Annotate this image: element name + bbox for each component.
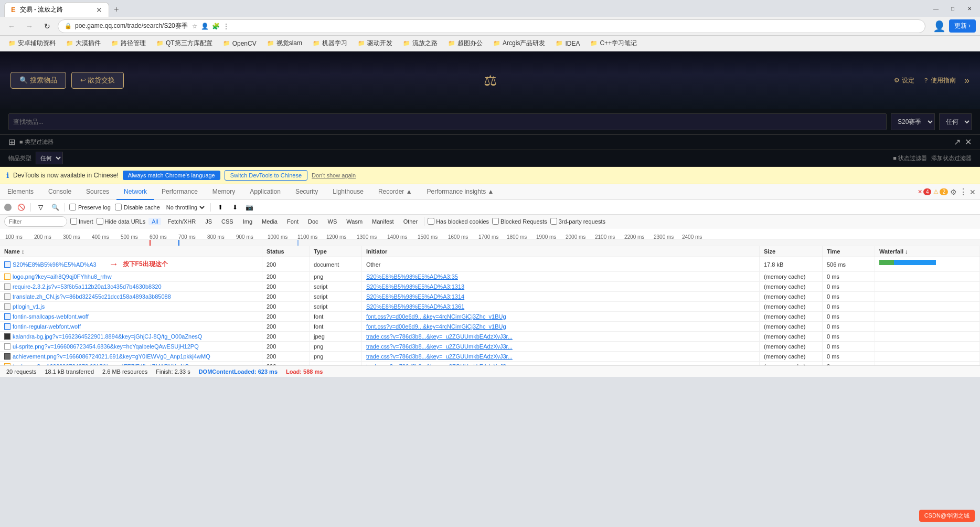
profile-avatar[interactable]: 👤 (933, 20, 946, 33)
bookmark-cpp[interactable]: 📁C++学习笔记 (586, 37, 641, 49)
filter-fetch-xhr[interactable]: Fetch/XHR (164, 218, 199, 225)
bookmark-path[interactable]: 📁路径管理 (107, 37, 150, 49)
cell-initiator-1[interactable]: S20%E8%B5%98%E5%AD%A3:35 (362, 272, 760, 281)
devtools-settings-icon[interactable]: ⚙ (950, 188, 957, 196)
active-tab[interactable]: E 交易 - 流放之路 ✕ (4, 2, 109, 17)
filter-font[interactable]: Font (284, 218, 302, 225)
tab-close-btn[interactable]: ✕ (96, 6, 102, 14)
table-row[interactable]: ptlogin_v1.js 200 script S20%E8%B5%98%E5… (0, 302, 980, 312)
filter-ws[interactable]: WS (325, 218, 340, 225)
bulk-exchange-btn[interactable]: ↩ 散货交换 (71, 72, 124, 89)
cell-initiator-5[interactable]: font.css?v=d00e6d9...&key=4rcNCimGiCj3Zh… (362, 312, 760, 321)
tab-application[interactable]: Application (242, 184, 288, 200)
filter-js[interactable]: JS (202, 218, 215, 225)
tab-console[interactable]: Console (41, 184, 79, 200)
settings-btn[interactable]: ⚙ 设定 (894, 76, 914, 85)
throttle-select[interactable]: No throttling Slow 3G Fast 3G (164, 204, 206, 211)
filter-doc[interactable]: Doc (305, 218, 322, 225)
filter-css[interactable]: CSS (218, 218, 237, 225)
invert-check[interactable]: Invert (70, 218, 93, 225)
col-waterfall[interactable]: Waterfall ↓ (875, 246, 980, 257)
back-btn[interactable]: ← (4, 19, 19, 34)
maximize-btn[interactable]: □ (946, 2, 959, 15)
tab-memory[interactable]: Memory (205, 184, 242, 200)
filter-toggle-btn[interactable]: ▽ (35, 202, 46, 213)
tab-recorder[interactable]: Recorder ▲ (371, 184, 420, 200)
cell-name-3[interactable]: translate.zh_CN.js?v=86bd322455c21dcc158… (0, 292, 262, 301)
import-btn[interactable]: ⬆ (215, 202, 226, 213)
cell-name-1[interactable]: logo.png?key=aifr8Q9qj0FYhhu8_rrhw (0, 272, 262, 281)
table-row[interactable]: achievement.png?v=1666086724021.691&key=… (0, 352, 980, 362)
bookmark-android[interactable]: 📁安卓辅助资料 (4, 37, 60, 49)
tab-security[interactable]: Security (288, 184, 325, 200)
bookmark-idea[interactable]: 📁IDEA (551, 38, 584, 49)
col-name[interactable]: Name ↕ (0, 246, 262, 257)
table-row[interactable]: kalandra-bg.jpg?v=1662364522901.8894&key… (0, 332, 980, 342)
filter-media[interactable]: Media (259, 218, 281, 225)
col-time[interactable]: Time (823, 246, 875, 257)
profile-icon[interactable]: 👤 (201, 23, 209, 30)
update-btn[interactable]: 更新 › (949, 19, 976, 33)
filter-all[interactable]: All (148, 218, 161, 225)
cell-name-6[interactable]: fontin-regular-webfont.woff (0, 322, 262, 331)
table-row[interactable]: translate.zh_CN.js?v=86bd322455c21dcc158… (0, 292, 980, 302)
third-party-check[interactable]: 3rd-party requests (550, 218, 605, 225)
search-items-btn[interactable]: 🔍 搜索物品 (10, 72, 66, 89)
cell-initiator-10[interactable]: trade.css?v=786d3b8...&key=_u2ZGUUmkbEAd… (362, 362, 760, 365)
cell-name-4[interactable]: ptlogin_v1.js (0, 302, 262, 311)
disable-cache-check[interactable]: Disable cache (115, 204, 160, 210)
new-tab-btn[interactable]: + (109, 2, 124, 17)
cell-initiator-8[interactable]: trade.css?v=786d3b8...&key=_u2ZGUUmkbEAd… (362, 342, 760, 351)
bookmark-qt[interactable]: 📁QT第三方库配置 (152, 37, 217, 49)
filter-manifest[interactable]: Manifest (369, 218, 397, 225)
filter-wasm[interactable]: Wasm (343, 218, 366, 225)
cell-name-0[interactable]: S20%E8%B5%98%E5%AD%A3 → 按下F5出现这个 (0, 257, 262, 271)
dont-show-btn[interactable]: Don't show again (312, 172, 356, 178)
forward-btn[interactable]: → (22, 19, 37, 34)
search-input[interactable] (8, 113, 887, 130)
filter-other[interactable]: Other (400, 218, 421, 225)
expand-icon[interactable]: » (964, 75, 970, 86)
tab-performance[interactable]: Performance (154, 184, 205, 200)
cell-name-8[interactable]: ui-sprite.png?v=1666086723454.6836&key=h… (0, 342, 262, 351)
col-size[interactable]: Size (760, 246, 823, 257)
close-btn[interactable]: ✕ (963, 2, 976, 15)
item-type-select[interactable]: 任何 (36, 152, 63, 164)
table-row[interactable]: S20%E8%B5%98%E5%AD%A3 → 按下F5出现这个 200 doc… (0, 257, 980, 272)
devtools-dots-icon[interactable]: ⋮ (959, 187, 967, 197)
blocked-cookies-check[interactable]: Has blocked cookies (428, 218, 489, 225)
tab-perf-insights[interactable]: Performance insights ▲ (420, 184, 502, 200)
filter-close-icon[interactable]: ✕ (965, 137, 972, 147)
tab-elements[interactable]: Elements (0, 184, 41, 200)
cell-initiator-2[interactable]: S20%E8%B5%98%E5%AD%A3:1313 (362, 282, 760, 291)
table-row[interactable]: fontin-regular-webfont.woff 200 font fon… (0, 322, 980, 332)
filter-icon[interactable]: ⊞ (8, 137, 15, 147)
filter-share-icon[interactable]: ↗ (954, 137, 961, 147)
table-row[interactable]: require-2.3.2.js?v=53f6b5a112b20a13c435d… (0, 282, 980, 292)
bookmark-poe[interactable]: 📁流放之路 (399, 37, 442, 49)
error-badge[interactable]: ✕ 4 (918, 188, 932, 195)
bookmark-daomo[interactable]: 📁大漠插件 (62, 37, 105, 49)
extensions-icon[interactable]: 🧩 (212, 23, 220, 30)
clear-btn[interactable]: 🚫 (16, 202, 26, 213)
cell-initiator-4[interactable]: S20%E8%B5%98%E5%AD%A3:1361 (362, 302, 760, 311)
warning-badge[interactable]: ⚠ 2 (933, 188, 948, 195)
record-btn[interactable] (4, 204, 12, 211)
filter-img[interactable]: Img (240, 218, 255, 225)
bookmark-office[interactable]: 📁超图办公 (444, 37, 487, 49)
bookmark-slam[interactable]: 📁视觉slam (263, 37, 306, 49)
col-status[interactable]: Status (262, 246, 310, 257)
help-btn[interactable]: ？ 使用指南 (923, 76, 956, 85)
tab-sources[interactable]: Sources (79, 184, 116, 200)
blocked-requests-check[interactable]: Blocked Requests (492, 218, 547, 225)
minimize-btn[interactable]: — (930, 2, 942, 15)
search-btn[interactable]: 🔍 (50, 202, 60, 213)
menu-icon[interactable]: ⋮ (223, 23, 229, 30)
filter-input[interactable] (4, 216, 67, 227)
cell-name-2[interactable]: require-2.3.2.js?v=53f6b5a112b20a13c435d… (0, 282, 262, 291)
table-row[interactable]: trade.png?v=1666086724072.6917&key=nIFEZ… (0, 362, 980, 365)
season-select[interactable]: S20赛季 (891, 113, 935, 130)
export-btn[interactable]: ⬇ (230, 202, 240, 213)
refresh-btn[interactable]: ↻ (40, 19, 55, 34)
screenshot-btn[interactable]: 📷 (244, 202, 255, 213)
